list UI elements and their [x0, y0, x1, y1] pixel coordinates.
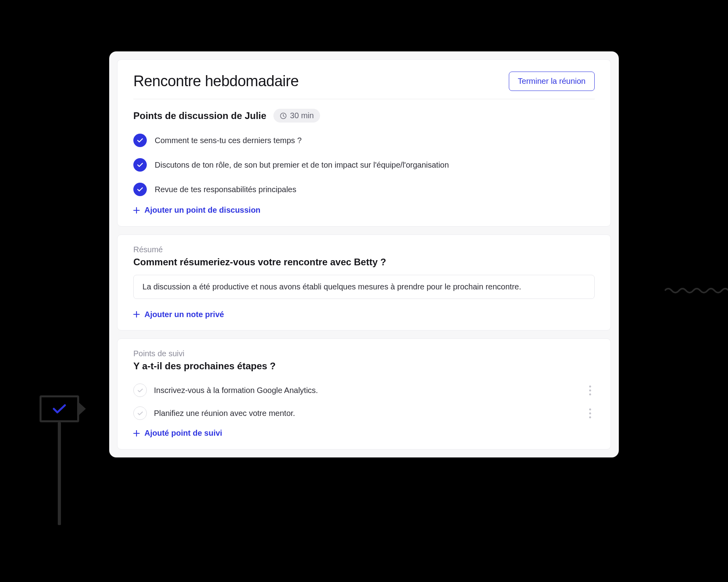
- followup-text: Planifiez une réunion avec votre mentor.: [154, 409, 578, 418]
- end-meeting-button[interactable]: Terminer la réunion: [509, 72, 595, 91]
- talking-point: Revue de tes responsabilités principales: [133, 177, 595, 202]
- summary-panel: Résumé Comment résumeriez-vous votre ren…: [117, 234, 611, 331]
- checked-icon[interactable]: [133, 183, 147, 196]
- decorative-squiggle: [665, 287, 728, 295]
- discussion-panel: Rencontre hebdomadaire Terminer la réuni…: [117, 59, 611, 227]
- checked-icon[interactable]: [133, 158, 147, 172]
- add-discussion-label: Ajouter un point de discussion: [144, 206, 260, 215]
- followup-item: Planifiez une réunion avec votre mentor.: [133, 402, 595, 425]
- summary-prompt: Comment résumeriez-vous votre rencontre …: [133, 257, 595, 268]
- followups-panel: Points de suivi Y a-t-il des prochaines …: [117, 338, 611, 450]
- summary-input[interactable]: La discussion a été productive et nous a…: [133, 275, 595, 299]
- checked-icon[interactable]: [133, 134, 147, 147]
- followups-label: Points de suivi: [133, 349, 595, 358]
- talking-point-text: Revue de tes responsabilités principales: [155, 185, 296, 194]
- duration-pill: 30 min: [273, 109, 320, 123]
- meeting-card: Rencontre hebdomadaire Terminer la réuni…: [109, 51, 619, 457]
- talking-point: Discutons de ton rôle, de son but premie…: [133, 153, 595, 177]
- add-followup-label: Ajouté point de suivi: [144, 429, 222, 438]
- unchecked-icon[interactable]: [133, 384, 147, 397]
- sign-pole: [58, 422, 61, 525]
- add-discussion-point-button[interactable]: Ajouter un point de discussion: [133, 206, 260, 215]
- followups-prompt: Y a-t-il des prochaines étapes ?: [133, 361, 595, 372]
- more-menu-button[interactable]: [585, 408, 595, 418]
- talking-point-text: Discutons de ton rôle, de son but premie…: [155, 161, 449, 170]
- talking-point: Comment te sens-tu ces derniers temps ?: [133, 128, 595, 153]
- talking-point-text: Comment te sens-tu ces derniers temps ?: [155, 136, 301, 145]
- plus-icon: [133, 430, 140, 436]
- discussion-section: Points de discussion de Julie 30 min Com…: [118, 99, 610, 226]
- unchecked-icon[interactable]: [133, 406, 147, 420]
- plus-icon: [133, 311, 140, 317]
- add-private-note-button[interactable]: Ajouter un note privé: [133, 310, 224, 319]
- add-followup-button[interactable]: Ajouté point de suivi: [133, 429, 222, 438]
- sign-flag: [40, 395, 79, 422]
- panel-header: Rencontre hebdomadaire Terminer la réuni…: [118, 60, 610, 99]
- followup-text: Inscrivez-vous à la formation Google Ana…: [154, 386, 578, 395]
- more-menu-button[interactable]: [585, 385, 595, 395]
- decorative-signpost: [40, 395, 79, 525]
- clock-icon: [280, 112, 287, 119]
- followup-item: Inscrivez-vous à la formation Google Ana…: [133, 379, 595, 402]
- check-icon: [53, 404, 66, 414]
- summary-label: Résumé: [133, 245, 595, 254]
- plus-icon: [133, 207, 140, 214]
- discussion-title: Points de discussion de Julie: [133, 110, 266, 121]
- page-title: Rencontre hebdomadaire: [133, 73, 299, 90]
- add-private-note-label: Ajouter un note privé: [144, 310, 224, 319]
- duration-label: 30 min: [290, 111, 314, 120]
